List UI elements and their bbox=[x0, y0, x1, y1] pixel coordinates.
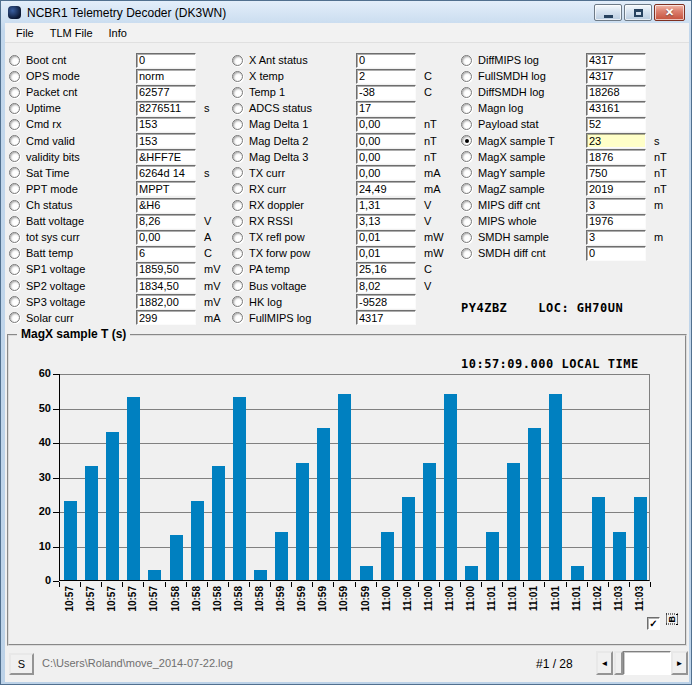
radio-mips-diff-cnt[interactable] bbox=[461, 200, 472, 211]
radio-adcs-status[interactable] bbox=[232, 103, 243, 114]
radio-batt-temp[interactable] bbox=[9, 248, 20, 259]
scroll-track[interactable] bbox=[623, 651, 671, 675]
s-button[interactable]: S bbox=[9, 653, 34, 675]
radio-rx-curr[interactable] bbox=[232, 183, 243, 194]
radio-hk-log[interactable] bbox=[232, 296, 243, 307]
field-bus-voltage[interactable] bbox=[356, 278, 416, 293]
radio-bus-voltage[interactable] bbox=[232, 280, 243, 291]
field-rx-rssi[interactable] bbox=[356, 214, 416, 229]
radio-mag-delta-2[interactable] bbox=[232, 135, 243, 146]
field-temp-1[interactable] bbox=[356, 85, 416, 100]
field-ops-mode[interactable] bbox=[136, 69, 196, 84]
field-magz-sample[interactable] bbox=[586, 181, 646, 196]
radio-tot-sys-curr[interactable] bbox=[9, 232, 20, 243]
radio-ops-mode[interactable] bbox=[9, 71, 20, 82]
field-hk-log[interactable] bbox=[356, 294, 416, 309]
field-tx-forw-pow[interactable] bbox=[356, 246, 416, 261]
field-cmd-rx[interactable] bbox=[136, 117, 196, 132]
field-cmd-valid[interactable] bbox=[136, 133, 196, 148]
radio-cmd-rx[interactable] bbox=[9, 119, 20, 130]
radio-magn-log[interactable] bbox=[461, 103, 472, 114]
menu-item-file[interactable]: File bbox=[8, 25, 42, 41]
radio-validity-bits[interactable] bbox=[9, 151, 20, 162]
radio-fullmips-log[interactable] bbox=[232, 312, 243, 323]
radio-sat-time[interactable] bbox=[9, 167, 20, 178]
field-diffmips-log[interactable] bbox=[586, 53, 646, 68]
radio-x-ant-status[interactable] bbox=[232, 55, 243, 66]
field-boot-cnt[interactable] bbox=[136, 53, 196, 68]
field-adcs-status[interactable] bbox=[356, 101, 416, 116]
menu-item-info[interactable]: Info bbox=[101, 25, 135, 41]
field-smdh-sample[interactable] bbox=[586, 230, 646, 245]
chart-checkbox[interactable]: ✓ bbox=[647, 617, 660, 630]
field-batt-temp[interactable] bbox=[136, 246, 196, 261]
radio-packet-cnt[interactable] bbox=[9, 87, 20, 98]
radio-ppt-mode[interactable] bbox=[9, 183, 20, 194]
field-fullmips-log[interactable] bbox=[356, 310, 416, 325]
field-ppt-mode[interactable] bbox=[136, 181, 196, 196]
scroll-right-button[interactable]: ► bbox=[671, 651, 688, 675]
field-sp3-voltage[interactable] bbox=[136, 294, 196, 309]
field-sp1-voltage[interactable] bbox=[136, 262, 196, 277]
field-solar-curr[interactable] bbox=[136, 310, 196, 325]
radio-smdh-diff-cnt[interactable] bbox=[461, 248, 472, 259]
radio-mag-delta-3[interactable] bbox=[232, 151, 243, 162]
field-mips-diff-cnt[interactable] bbox=[586, 198, 646, 213]
field-sp2-voltage[interactable] bbox=[136, 278, 196, 293]
radio-rx-rssi[interactable] bbox=[232, 216, 243, 227]
radio-mag-delta-1[interactable] bbox=[232, 119, 243, 130]
radio-tx-curr[interactable] bbox=[232, 167, 243, 178]
menu-item-tlm-file[interactable]: TLM File bbox=[42, 25, 101, 41]
radio-boot-cnt[interactable] bbox=[9, 55, 20, 66]
radio-batt-voltage[interactable] bbox=[9, 216, 20, 227]
field-payload-stat[interactable] bbox=[586, 117, 646, 132]
field-magn-log[interactable] bbox=[586, 101, 646, 116]
field-magy-sample[interactable] bbox=[586, 165, 646, 180]
radio-mips-whole[interactable] bbox=[461, 216, 472, 227]
scroll-left-button[interactable]: ◄ bbox=[596, 651, 613, 675]
maximize-button[interactable] bbox=[624, 4, 652, 21]
radio-diffmips-log[interactable] bbox=[461, 55, 472, 66]
field-magx-sample[interactable] bbox=[586, 149, 646, 164]
radio-ch-status[interactable] bbox=[9, 200, 20, 211]
field-validity-bits[interactable] bbox=[136, 149, 196, 164]
field-rx-doppler[interactable] bbox=[356, 198, 416, 213]
radio-sp3-voltage[interactable] bbox=[9, 296, 20, 307]
radio-pa-temp[interactable] bbox=[232, 264, 243, 275]
field-diffsmdh-log[interactable] bbox=[586, 85, 646, 100]
radio-magz-sample[interactable] bbox=[461, 183, 472, 194]
radio-fullsmdh-log[interactable] bbox=[461, 71, 472, 82]
field-packet-cnt[interactable] bbox=[136, 85, 196, 100]
close-button[interactable]: ✕ bbox=[654, 4, 685, 21]
radio-magx-sample[interactable] bbox=[461, 151, 472, 162]
field-ch-status[interactable] bbox=[136, 198, 196, 213]
field-mag-delta-1[interactable] bbox=[356, 117, 416, 132]
radio-diffsmdh-log[interactable] bbox=[461, 87, 472, 98]
field-x-temp[interactable] bbox=[356, 69, 416, 84]
field-mag-delta-2[interactable] bbox=[356, 133, 416, 148]
radio-magy-sample[interactable] bbox=[461, 167, 472, 178]
field-rx-curr[interactable] bbox=[356, 181, 416, 196]
field-tx-refl-pow[interactable] bbox=[356, 230, 416, 245]
radio-uptime[interactable] bbox=[9, 103, 20, 114]
radio-temp-1[interactable] bbox=[232, 87, 243, 98]
radio-solar-curr[interactable] bbox=[9, 312, 20, 323]
field-x-ant-status[interactable] bbox=[356, 53, 416, 68]
field-mag-delta-3[interactable] bbox=[356, 149, 416, 164]
radio-sp2-voltage[interactable] bbox=[9, 280, 20, 291]
radio-smdh-sample[interactable] bbox=[461, 232, 472, 243]
radio-x-temp[interactable] bbox=[232, 71, 243, 82]
minimize-button[interactable] bbox=[594, 4, 622, 21]
field-batt-voltage[interactable] bbox=[136, 214, 196, 229]
field-fullsmdh-log[interactable] bbox=[586, 69, 646, 84]
radio-payload-stat[interactable] bbox=[461, 119, 472, 130]
radio-tx-refl-pow[interactable] bbox=[232, 232, 243, 243]
field-uptime[interactable] bbox=[136, 101, 196, 116]
field-magx-sample-t[interactable] bbox=[586, 133, 646, 148]
field-tot-sys-curr[interactable] bbox=[136, 230, 196, 245]
field-tx-curr[interactable] bbox=[356, 165, 416, 180]
field-mips-whole[interactable] bbox=[586, 214, 646, 229]
radio-sp1-voltage[interactable] bbox=[9, 264, 20, 275]
radio-cmd-valid[interactable] bbox=[9, 135, 20, 146]
field-smdh-diff-cnt[interactable] bbox=[586, 246, 646, 261]
